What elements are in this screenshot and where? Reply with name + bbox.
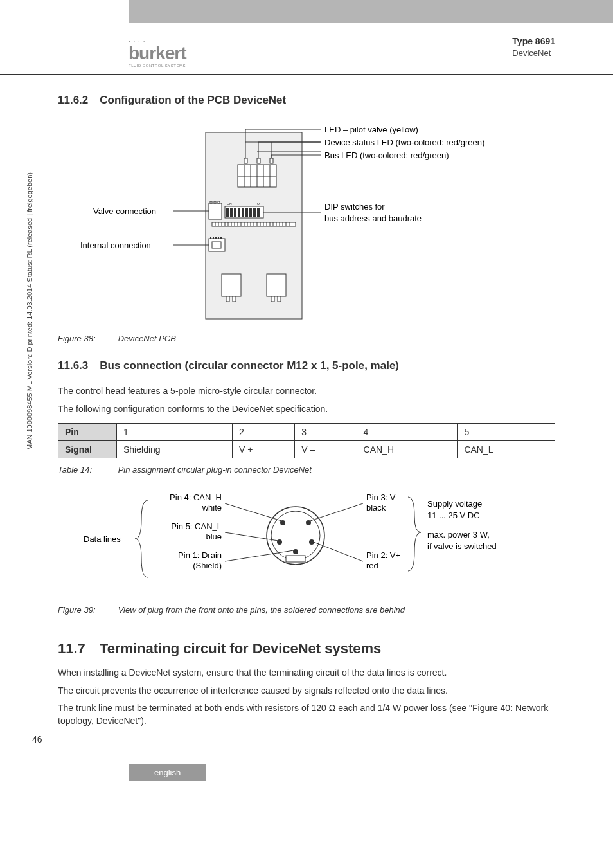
logo-dots: . . . . [129,36,186,43]
top-bar-right [129,0,613,23]
svg-rect-72 [267,274,286,296]
svg-rect-66 [213,237,214,239]
fig39-pin4-l1: Pin 4: CAN_H [170,493,222,502]
fig39-caption-text: View of plug from the front onto the pin… [118,605,405,615]
p-11-6-3-2: The following configuration conforms to … [58,403,555,416]
svg-rect-31 [257,208,260,217]
svg-rect-75 [271,296,274,302]
table-14-caption: Table 14: Pin assignment circular plug-i… [58,465,555,475]
svg-rect-27 [242,208,244,217]
svg-rect-34 [210,201,212,203]
svg-line-88 [310,503,363,521]
fig39-caption-label: Figure 39: [58,605,116,615]
svg-line-85 [225,503,281,521]
svg-rect-33 [209,203,222,219]
p-11-7-3: The trunk line must be terminated at bot… [58,702,555,727]
svg-rect-9 [257,158,260,163]
logo: . . . . burkert FLUID CONTROL SYSTEMS [129,36,186,68]
page-number: 46 [32,734,613,745]
svg-rect-8 [244,158,247,163]
svg-rect-23 [226,208,229,217]
fig38-valve-conn: Valve connection [93,206,156,216]
signal-cell: CAN_H [357,441,458,458]
table-row: Signal Shielding V + V – CAN_H CAN_L [58,441,555,458]
svg-rect-64 [212,242,221,248]
heading-11-7: 11.7Terminating circuit for DeviceNet sy… [58,640,555,657]
page-header: . . . . burkert FLUID CONTROL SYSTEMS Ty… [0,23,613,75]
pin-label: Pin [58,424,117,441]
fig38-internal-conn: Internal connection [80,240,151,250]
heading-title: Configuration of the PCB DeviceNet [100,94,286,106]
signal-cell: Shielding [117,441,233,458]
svg-point-82 [277,539,282,545]
pin-cell: 2 [233,424,295,441]
top-bar [0,0,613,23]
p3a: The trunk line must be terminated at bot… [58,703,329,713]
heading-num: 11.6.3 [58,359,88,372]
side-meta: MAN 1000098455 ML Version: D printed: 14… [26,172,33,450]
figure-38-caption: Figure 38: DeviceNet PCB [58,334,555,343]
svg-point-84 [293,549,298,554]
p-11-6-3-1: The control head features a 5-pole micro… [58,385,555,398]
figure-39-caption: Figure 39: View of plug from the front o… [58,605,555,615]
svg-rect-76 [278,296,281,302]
signal-cell: V + [233,441,295,458]
svg-rect-25 [234,208,236,217]
footer: english [0,764,613,781]
svg-rect-73 [226,296,229,302]
heading-num: 11.7 [58,640,85,657]
fig38-caption-label: Figure 38: [58,334,116,343]
fig38-caption-text: DeviceNet PCB [118,334,176,343]
fig38-on-label: ON [227,202,232,206]
table-14: Pin 1 2 3 4 5 Signal Shielding V + V – C… [58,423,555,458]
fig39-supply3: max. power 3 W, [427,530,490,539]
svg-rect-26 [238,208,240,217]
content: 11.6.2Configuration of the PCB DeviceNet… [0,94,613,728]
logo-sub: FLUID CONTROL SYSTEMS [129,64,186,68]
svg-line-87 [225,550,294,561]
svg-rect-10 [270,158,273,163]
svg-rect-79 [286,556,305,562]
p-11-7-1: When installing a DeviceNet system, ensu… [58,667,555,680]
pin-cell: 4 [357,424,458,441]
fig38-device-status: Device status LED (two-colored: red/gree… [324,138,484,147]
svg-rect-35 [214,201,216,203]
fig39-pin2-l1: Pin 2: V+ [366,550,400,560]
svg-rect-29 [249,208,252,217]
header-subtitle: DeviceNet [512,48,555,58]
fig39-pin4-l2: white [202,503,222,512]
svg-line-89 [314,542,363,561]
fig39-data-lines: Data lines [84,534,121,544]
svg-rect-69 [220,237,222,239]
heading-num: 11.6.2 [58,94,88,107]
svg-point-81 [306,520,311,525]
svg-rect-67 [215,237,217,239]
table14-caption-label: Table 14: [58,465,116,475]
fig39-pin1-l2: (Shield) [193,561,222,570]
fig39-supply1: Supply voltage [427,499,482,509]
fig39-pin5-l1: Pin 5: CAN_L [171,521,222,531]
fig39-supply4: if valve is switched [427,541,497,551]
fig39-pin1-l1: Pin 1: Drain [178,550,222,560]
fig39-pin3-l2: black [366,503,386,512]
header-right: Type 8691 DeviceNet [512,36,555,58]
pin-cell: 5 [458,424,555,441]
svg-rect-68 [218,237,219,239]
signal-cell: CAN_L [458,441,555,458]
heading-title: Bus connection (circular connector M12 x… [100,359,399,372]
top-bar-left [0,0,129,23]
svg-point-83 [309,539,314,545]
svg-rect-74 [233,296,236,302]
svg-rect-28 [245,208,248,217]
footer-language: english [129,764,206,781]
fig38-bus-led: Bus LED (two-colored: red/green) [324,150,449,160]
heading-11-6-2: 11.6.2Configuration of the PCB DeviceNet [58,94,555,107]
fig38-led-pilot: LED – pilot valve (yellow) [324,125,418,134]
p-11-7-2: The circuit prevents the occurrence of i… [58,685,555,698]
fig38-off-label: OFF [257,202,263,206]
fig39-pin3-l1: Pin 3: V– [366,493,401,502]
logo-main: burkert [129,43,186,64]
fig38-dip2: bus address and baudrate [324,213,422,223]
p3c: ). [141,716,147,726]
fig39-pin5-l2: blue [206,532,222,541]
